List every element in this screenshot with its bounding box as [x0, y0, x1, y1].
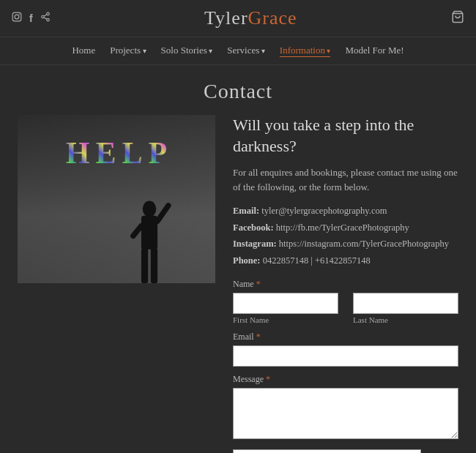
- svg-point-1: [15, 15, 19, 19]
- site-title-plain: Tyler: [204, 7, 248, 29]
- nav-information[interactable]: Information: [280, 45, 331, 57]
- first-name-label: First Name: [233, 315, 338, 324]
- help-letters: H E L P: [25, 135, 208, 171]
- top-bar: f TylerGrace: [0, 0, 476, 37]
- phone-label: Phone:: [233, 255, 261, 266]
- message-field-group: Message *: [233, 374, 458, 442]
- instagram-value: https://instagram.com/TylerGracePhotogra…: [279, 239, 449, 249]
- name-field-group: Name * First Name Last Name: [233, 279, 458, 324]
- captcha-input[interactable]: [233, 449, 421, 453]
- name-label: Name *: [233, 279, 458, 290]
- facebook-detail: Facebook: http://fb.me/TylerGracePhotogr…: [233, 220, 458, 236]
- instagram-detail: Instagram: https://instagram.com/TylerGr…: [233, 236, 458, 252]
- facebook-label: Facebook:: [233, 222, 274, 233]
- last-name-input[interactable]: [353, 293, 458, 314]
- page-title: Contact: [0, 65, 476, 115]
- phone-detail: Phone: 0422857148 | +61422857148: [233, 252, 458, 269]
- svg-point-9: [143, 201, 156, 217]
- name-required: *: [256, 279, 261, 289]
- name-divider: [344, 318, 347, 324]
- nav-home[interactable]: Home: [72, 45, 95, 57]
- share-icon[interactable]: [40, 12, 51, 25]
- svg-point-5: [46, 18, 49, 21]
- first-name-input[interactable]: [233, 293, 338, 314]
- svg-point-3: [46, 12, 49, 15]
- captcha-row: GcY: [233, 449, 458, 453]
- nav-services[interactable]: Services: [227, 45, 265, 57]
- svg-point-4: [41, 15, 44, 18]
- nav-projects[interactable]: Projects: [110, 45, 146, 57]
- help-letter-l: L: [122, 135, 143, 171]
- first-name-field: First Name: [233, 293, 338, 324]
- main-content: H E L P Will you take a step into the d: [0, 115, 476, 453]
- help-letter-h: H: [66, 135, 90, 171]
- email-label: Email:: [233, 206, 259, 216]
- last-name-label: Last Name: [353, 315, 458, 324]
- nav-solo-stories[interactable]: Solo Stories: [161, 45, 213, 57]
- site-title[interactable]: TylerGrace: [204, 7, 297, 29]
- svg-line-13: [157, 206, 168, 221]
- hero-image: H E L P: [18, 115, 215, 283]
- main-nav: Home Projects Solo Stories Services Info…: [0, 37, 476, 65]
- svg-rect-12: [151, 248, 157, 283]
- instagram-label: Instagram:: [233, 239, 277, 249]
- help-letter-e: E: [95, 135, 116, 171]
- help-artwork: H E L P: [18, 115, 215, 283]
- message-label: Message *: [233, 374, 458, 385]
- nav-model[interactable]: Model For Me!: [345, 45, 404, 57]
- phone-value: 0422857148 | +61422857148: [263, 255, 371, 266]
- help-letter-p: P: [149, 135, 168, 171]
- facebook-icon[interactable]: f: [29, 12, 33, 24]
- svg-line-14: [133, 226, 141, 236]
- svg-rect-0: [12, 12, 21, 21]
- contact-form: Name * First Name Last Name: [233, 279, 458, 453]
- email-value: tyler@tylergracephotography.com: [261, 206, 387, 216]
- facebook-value: http://fb.me/TylerGracePhotography: [276, 222, 409, 233]
- right-content: Will you take a step into the darkness? …: [233, 115, 458, 453]
- top-bar-left: f: [12, 12, 51, 25]
- contact-heading: Will you take a step into the darkness?: [233, 115, 458, 157]
- site-title-accent: Grace: [248, 7, 297, 29]
- last-name-field: Last Name: [353, 293, 458, 324]
- person-silhouette: [127, 195, 171, 283]
- svg-line-6: [44, 18, 47, 19]
- cart-icon[interactable]: [451, 10, 464, 26]
- name-row: First Name Last Name: [233, 293, 458, 324]
- svg-rect-11: [141, 248, 148, 283]
- contact-intro: For all enquires and bookings, please co…: [233, 165, 458, 194]
- email-field-group: Email *: [233, 332, 458, 367]
- email-input[interactable]: [233, 345, 458, 367]
- svg-point-2: [19, 14, 20, 15]
- instagram-icon[interactable]: [12, 12, 22, 25]
- svg-line-7: [44, 15, 47, 16]
- message-required: *: [266, 374, 270, 384]
- contact-details: Email: tyler@tylergracephotography.com F…: [233, 203, 458, 269]
- email-form-label: Email *: [233, 332, 458, 342]
- email-detail: Email: tyler@tylergracephotography.com: [233, 203, 458, 220]
- message-input[interactable]: [233, 388, 458, 439]
- email-required: *: [256, 332, 261, 342]
